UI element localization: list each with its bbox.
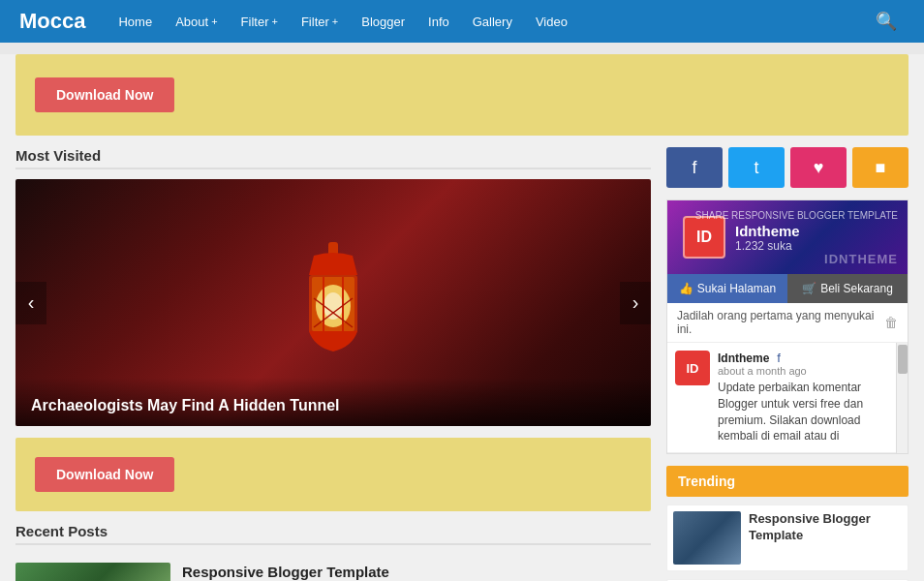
social-buttons: f t ♥ ■ xyxy=(666,147,909,188)
recent-posts-title: Recent Posts xyxy=(15,523,108,539)
trending-item-1[interactable]: Responsive Blogger Template xyxy=(666,505,909,571)
most-visited-title: Most Visited xyxy=(15,147,101,164)
main-column: Most Visited xyxy=(15,147,651,581)
fb-feed-post-content: Update perbaikan komentar Blogger untuk … xyxy=(718,380,888,444)
fb-widget-feed: Jadilah orang pertama yang menyukai ini.… xyxy=(667,303,908,453)
nav-gallery[interactable]: Gallery xyxy=(463,9,522,35)
fb-feed-header: Idntheme f xyxy=(718,351,888,365)
recent-post-title[interactable]: Responsive Blogger Template xyxy=(182,563,651,581)
svg-point-4 xyxy=(323,292,343,320)
recent-posts-header: Recent Posts xyxy=(15,523,651,545)
nav-home[interactable]: Home xyxy=(108,9,162,35)
nav-blogger[interactable]: Blogger xyxy=(352,9,415,35)
fb-feed-post-info: Idntheme f about a month ago Update perb… xyxy=(718,351,888,444)
recent-post-thumb-img xyxy=(15,563,170,581)
fb-feed-avatar: ID xyxy=(675,351,710,385)
fb-widget-name: Idntheme xyxy=(735,223,800,239)
recent-post-item: Responsive Blogger Template ☺ Amelia Rub… xyxy=(15,555,651,581)
slider: ‹ › Archaeologists May Find A Hidden Tun… xyxy=(15,179,651,426)
trash-icon[interactable]: 🗑 xyxy=(884,315,898,330)
instagram-icon: ♥ xyxy=(814,158,824,178)
fb-feed-scrollbar[interactable] xyxy=(896,343,908,453)
recent-post-thumbnail[interactable] xyxy=(15,563,170,581)
navbar: Mocca Home About + Filter + Filter + Blo… xyxy=(0,0,924,43)
fb-widget-logo: ID xyxy=(683,216,725,259)
fb-widget-info: Idntheme 1.232 suka xyxy=(735,223,800,253)
fb-feed-area: ID Idntheme f about a month ago Update p… xyxy=(667,343,908,453)
fb-feed-fb-icon: f xyxy=(777,351,781,365)
nav-links: Home About + Filter + Filter + Blogger I… xyxy=(108,9,868,35)
fb-widget-brand: IDNTHEME xyxy=(824,252,898,266)
trending-section: Trending Responsive Blogger Template Dol… xyxy=(666,466,909,581)
fb-widget-likes: 1.232 suka xyxy=(735,239,800,253)
main-wrapper: Download Now Most Visited xyxy=(0,54,924,581)
facebook-social-button[interactable]: f xyxy=(666,147,723,188)
fb-feed-time: about a month ago xyxy=(718,365,888,377)
fb-feed-content-area: ID Idntheme f about a month ago Update p… xyxy=(667,343,896,453)
fb-buy-icon: 🛒 xyxy=(802,282,816,295)
most-visited-header: Most Visited xyxy=(15,147,651,169)
googleplus-icon: ■ xyxy=(876,158,886,178)
nav-info[interactable]: Info xyxy=(418,9,459,35)
trending-title-1: Responsive Blogger Template xyxy=(749,511,902,565)
banner-bottom: Download Now xyxy=(15,438,651,511)
slider-prev-button[interactable]: ‹ xyxy=(15,282,46,324)
fb-feed-post: ID Idntheme f about a month ago Update p… xyxy=(667,343,896,453)
fb-like-icon: 👍 xyxy=(679,282,693,295)
twitter-icon: t xyxy=(754,158,758,178)
search-icon[interactable]: 🔍 xyxy=(868,5,905,38)
twitter-social-button[interactable]: t xyxy=(728,147,785,188)
download-now-button-top[interactable]: Download Now xyxy=(35,77,174,112)
slider-caption: Archaeologists May Find A Hidden Tunnel xyxy=(15,378,651,426)
download-now-button-bottom[interactable]: Download Now xyxy=(35,457,174,492)
facebook-widget: ID Idntheme 1.232 suka SHARE RESPONSIVE … xyxy=(666,199,909,454)
nav-video[interactable]: Video xyxy=(526,9,577,35)
slider-next-button[interactable]: › xyxy=(620,282,651,324)
fb-widget-subtitle: SHARE RESPONSIVE BLOGGER TEMPLATE xyxy=(695,210,898,221)
googleplus-social-button[interactable]: ■ xyxy=(852,147,909,188)
nav-about[interactable]: About + xyxy=(166,9,227,35)
fb-widget-actions: 👍 Sukai Halaman 🛒 Beli Sekarang xyxy=(667,274,908,303)
instagram-social-button[interactable]: ♥ xyxy=(790,147,847,188)
trending-thumb-1 xyxy=(673,511,741,565)
fb-buy-button[interactable]: 🛒 Beli Sekarang xyxy=(787,274,908,303)
lantern-illustration xyxy=(294,240,372,366)
content-grid: Most Visited xyxy=(15,147,909,581)
fb-feed-author-name: Idntheme xyxy=(718,352,769,365)
nav-filter-1[interactable]: Filter + xyxy=(231,9,288,35)
recent-post-info: Responsive Blogger Template ☺ Amelia Rub… xyxy=(182,563,651,581)
fb-widget-header: ID Idntheme 1.232 suka SHARE RESPONSIVE … xyxy=(667,200,908,274)
scrollbar-thumb xyxy=(898,345,908,374)
recent-posts-section: Recent Posts Responsive Blogger Template… xyxy=(15,523,651,581)
fb-first-like-text: Jadilah orang pertama yang menyukai ini.… xyxy=(667,303,908,343)
banner-top: Download Now xyxy=(15,54,909,136)
sidebar: f t ♥ ■ ID Idntheme 1.232 suka xyxy=(666,147,909,581)
fb-like-page-button[interactable]: 👍 Sukai Halaman xyxy=(667,274,787,303)
nav-filter-2[interactable]: Filter + xyxy=(292,9,348,35)
brand-logo[interactable]: Mocca xyxy=(19,9,85,34)
trending-header: Trending xyxy=(666,466,909,497)
facebook-icon: f xyxy=(692,158,696,178)
